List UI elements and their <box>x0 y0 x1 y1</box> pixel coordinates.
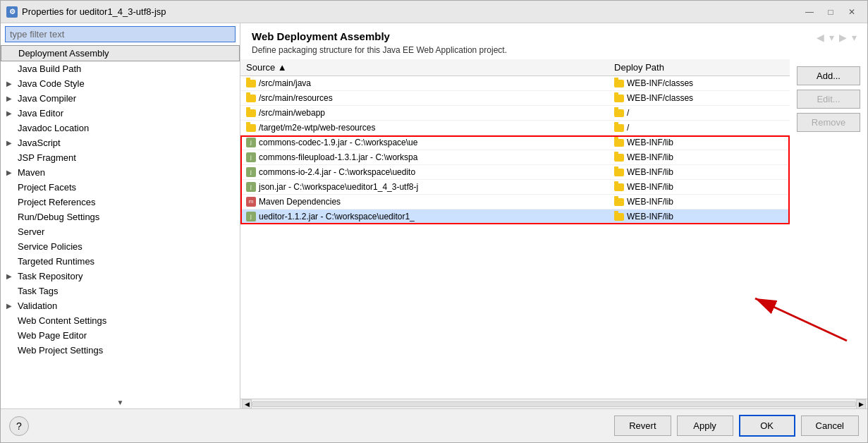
deploy-cell: / <box>609 106 790 121</box>
maximize-button[interactable]: □ <box>821 4 841 20</box>
sidebar-item-service-policies[interactable]: Service Policies <box>1 239 240 254</box>
folder-icon <box>246 124 256 132</box>
sidebar: type filter text Deployment AssemblyJava… <box>1 23 240 408</box>
revert-button[interactable]: Revert <box>614 415 671 436</box>
scroll-left-button[interactable]: ◀ <box>242 399 252 409</box>
sidebar-item-java-compiler[interactable]: ▶Java Compiler <box>1 91 240 106</box>
title-bar: ⚙ Properties for ueditor1_4_3-utf8-jsp —… <box>1 1 867 23</box>
horizontal-scrollbar[interactable]: ◀ ▶ <box>240 399 867 408</box>
assembly-data-table: Source ▲ Deploy Path /src/main/javaWEB-I… <box>240 59 790 224</box>
sidebar-item-label: Deployment Assembly <box>18 48 109 59</box>
sidebar-item-label: Targeted Runtimes <box>18 256 94 267</box>
jar-icon: j <box>246 167 256 177</box>
sidebar-item-server[interactable]: Server <box>1 224 240 239</box>
jar-icon: j <box>246 152 256 162</box>
sidebar-item-label: JSP Fragment <box>18 152 76 163</box>
sidebar-item-targeted-runtimes[interactable]: Targeted Runtimes <box>1 254 240 269</box>
cancel-button[interactable]: Cancel <box>801 415 859 436</box>
ok-button[interactable]: OK <box>739 415 795 437</box>
table-row[interactable]: /target/m2e-wtp/web-resources/ <box>240 121 790 135</box>
table-body: /src/main/javaWEB-INF/classes/src/main/r… <box>240 76 790 224</box>
nav-back-button[interactable]: ◀ <box>814 32 826 43</box>
sidebar-list: Deployment AssemblyJava Build Path▶Java … <box>1 45 240 396</box>
sidebar-item-java-code-style[interactable]: ▶Java Code Style <box>1 76 240 91</box>
edit-button[interactable]: Edit... <box>797 90 860 109</box>
table-row[interactable]: /src/main/resourcesWEB-INF/classes <box>240 91 790 106</box>
deploy-cell: WEB-INF/lib <box>609 135 790 150</box>
nav-forward-dropdown[interactable]: ▾ <box>850 32 859 43</box>
sidebar-item-web-page-editor[interactable]: Web Page Editor <box>1 328 240 343</box>
table-row[interactable]: /src/main/webapp/ <box>240 106 790 121</box>
sidebar-item-label: Web Content Settings <box>18 315 106 326</box>
table-row[interactable]: /src/main/javaWEB-INF/classes <box>240 76 790 91</box>
filter-input[interactable]: type filter text <box>5 26 236 42</box>
sidebar-item-label: Project References <box>18 197 96 207</box>
table-row[interactable]: jjson.jar - C:\workspace\ueditor1_4_3-ut… <box>240 180 790 195</box>
deploy-folder-icon <box>614 213 624 221</box>
content-area: type filter text Deployment AssemblyJava… <box>1 23 867 408</box>
folder-icon <box>246 95 256 102</box>
sidebar-item-javadoc-location[interactable]: Javadoc Location <box>1 121 240 135</box>
table-row[interactable]: jueditor-1.1.2.jar - C:\workspace\uedito… <box>240 210 790 224</box>
sidebar-item-rundebug-settings[interactable]: Run/Debug Settings <box>1 210 240 224</box>
table-row[interactable]: jcommons-io-2.4.jar - C:\workspace\uedit… <box>240 165 790 180</box>
nav-forward-button[interactable]: ▶ <box>837 32 849 43</box>
sidebar-item-jsp-fragment[interactable]: JSP Fragment <box>1 150 240 165</box>
source-cell: jueditor-1.1.2.jar - C:\workspace\uedito… <box>240 210 609 224</box>
sidebar-item-label: Run/Debug Settings <box>18 212 99 222</box>
deploy-cell: WEB-INF/lib <box>609 210 790 224</box>
action-buttons: Add... Edit... Remove <box>790 59 867 399</box>
expand-arrow-icon: ▶ <box>6 272 15 280</box>
sidebar-item-label: Server <box>18 226 44 237</box>
source-cell: /src/main/java <box>240 76 609 91</box>
panel-subtitle: Define packaging structure for this Java… <box>252 45 814 55</box>
minimize-button[interactable]: — <box>800 4 819 20</box>
table-row[interactable]: jcommons-codec-1.9.jar - C:\workspace\ue… <box>240 135 790 150</box>
sidebar-scroll-down[interactable]: ▼ <box>1 396 240 408</box>
apply-button[interactable]: Apply <box>677 415 733 436</box>
sidebar-item-javascript[interactable]: ▶JavaScript <box>1 135 240 150</box>
sidebar-item-deployment-assembly[interactable]: Deployment Assembly <box>1 45 240 61</box>
sidebar-item-label: Java Build Path <box>18 63 81 74</box>
add-button[interactable]: Add... <box>797 66 860 85</box>
nav-back-dropdown[interactable]: ▾ <box>827 32 836 43</box>
col-source-header: Source ▲ <box>240 59 609 76</box>
sidebar-item-java-editor[interactable]: ▶Java Editor <box>1 106 240 121</box>
deploy-folder-icon <box>614 80 624 87</box>
expand-arrow-icon: ▶ <box>6 302 15 310</box>
help-button[interactable]: ? <box>9 416 29 436</box>
sidebar-item-project-references[interactable]: Project References <box>1 195 240 210</box>
nav-arrows: ◀ ▾ ▶ ▾ <box>814 32 859 43</box>
app-icon: ⚙ <box>6 6 18 18</box>
sidebar-item-validation[interactable]: ▶Validation <box>1 298 240 313</box>
deploy-folder-icon <box>614 198 624 206</box>
sidebar-item-task-tags[interactable]: Task Tags <box>1 284 240 298</box>
scroll-right-button[interactable]: ▶ <box>856 399 866 409</box>
scroll-track <box>252 401 856 407</box>
close-button[interactable]: ✕ <box>842 4 862 20</box>
sidebar-item-task-repository[interactable]: ▶Task Repository <box>1 269 240 284</box>
sidebar-item-label: Web Page Editor <box>18 330 87 341</box>
deploy-folder-icon <box>614 139 624 147</box>
expand-arrow-icon: ▶ <box>6 169 15 176</box>
jar-icon: j <box>246 212 256 222</box>
table-row[interactable]: mMaven DependenciesWEB-INF/lib <box>240 195 790 210</box>
panel-title: Web Deployment Assembly <box>252 30 814 42</box>
remove-button[interactable]: Remove <box>797 113 860 132</box>
source-cell: jcommons-fileupload-1.3.1.jar - C:\works… <box>240 150 609 165</box>
sidebar-item-maven[interactable]: ▶Maven <box>1 165 240 180</box>
sidebar-item-web-content-settings[interactable]: Web Content Settings <box>1 313 240 328</box>
sidebar-item-web-project-settings[interactable]: Web Project Settings <box>1 343 240 358</box>
source-cell: /src/main/resources <box>240 91 609 106</box>
window-controls: — □ ✕ <box>800 4 862 20</box>
table-row[interactable]: jcommons-fileupload-1.3.1.jar - C:\works… <box>240 150 790 165</box>
deploy-folder-icon <box>614 183 624 191</box>
sidebar-item-java-build-path[interactable]: Java Build Path <box>1 61 240 76</box>
folder-icon <box>246 109 256 117</box>
deploy-folder-icon <box>614 154 624 162</box>
sidebar-item-project-facets[interactable]: Project Facets <box>1 180 240 195</box>
deploy-cell: WEB-INF/classes <box>609 76 790 91</box>
source-cell: jcommons-io-2.4.jar - C:\workspace\uedit… <box>240 165 609 180</box>
source-cell: jjson.jar - C:\workspace\ueditor1_4_3-ut… <box>240 180 609 195</box>
bottom-bar: ? Revert Apply OK Cancel <box>1 408 867 442</box>
